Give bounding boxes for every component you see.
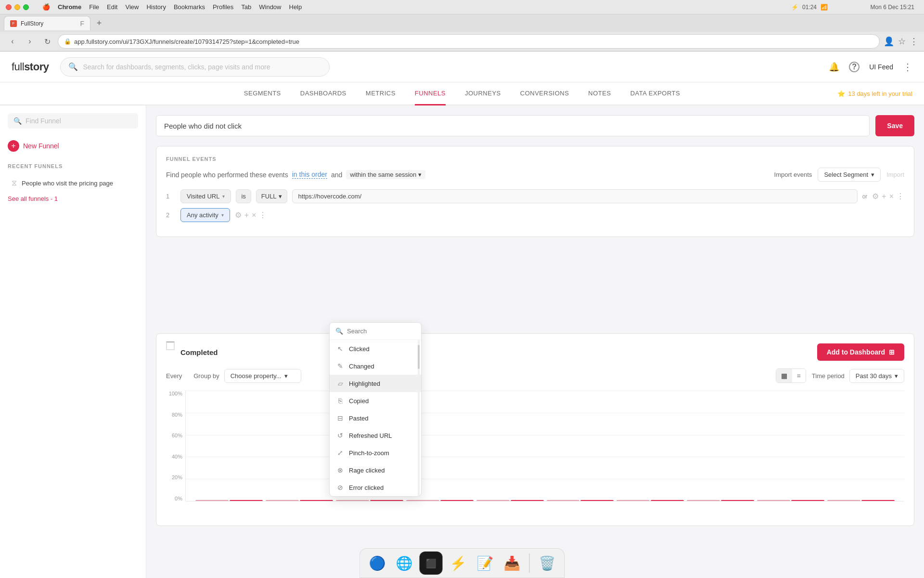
nav-dashboards[interactable]: DASHBOARDS xyxy=(300,82,346,105)
see-all-funnels-link[interactable]: See all funnels - 1 xyxy=(8,195,138,202)
event-settings-icon-1[interactable]: ⚙ xyxy=(872,192,879,201)
tab-close-button[interactable]: F xyxy=(80,20,84,27)
dropdown-item-pasted[interactable]: ⊟ Pasted xyxy=(330,409,421,427)
dropdown-item-refreshed-url[interactable]: ↺ Refreshed URL xyxy=(330,427,421,444)
add-to-dashboard-label: Add to Dashboard xyxy=(827,348,885,356)
menu-apple[interactable]: 🍎 xyxy=(42,3,50,11)
scope-dropdown-1[interactable]: FULL ▾ xyxy=(256,189,287,203)
in-this-order-link[interactable]: in this order xyxy=(292,171,327,179)
menu-view[interactable]: View xyxy=(125,3,139,11)
dock-chrome[interactable]: 🌐 xyxy=(393,552,416,575)
global-search-bar[interactable]: 🔍 Search for dashboards, segments, click… xyxy=(60,57,330,77)
dropdown-item-clicked[interactable]: ↖ Clicked xyxy=(330,340,421,357)
scope-label-1: FULL xyxy=(261,193,277,200)
nav-journeys[interactable]: JOURNEYS xyxy=(465,82,501,105)
traffic-lights xyxy=(6,4,29,10)
new-tab-button[interactable]: + xyxy=(92,16,106,30)
event-url-input-1[interactable] xyxy=(292,189,858,203)
event-settings-icon-2[interactable]: ⚙ xyxy=(235,210,242,220)
loading-spinner xyxy=(166,342,175,350)
menu-help[interactable]: Help xyxy=(289,3,302,11)
within-same-session-dropdown[interactable]: within the same session ▾ xyxy=(346,170,425,179)
help-icon[interactable]: ? xyxy=(849,62,860,72)
browser-toolbar: 👤 ☆ ⋮ xyxy=(884,36,918,47)
chart-plot-area xyxy=(185,391,904,501)
find-funnel-search[interactable]: 🔍 Find Funnel xyxy=(8,113,138,129)
event-row-1: 1 Visited URL ▾ is FULL ▾ or ⚙ + × ⋮ xyxy=(166,189,904,203)
dropdown-item-error-clicked[interactable]: ⊘ Error clicked xyxy=(330,479,421,496)
reload-button[interactable]: ↻ xyxy=(40,35,54,48)
menu-profiles[interactable]: Profiles xyxy=(213,3,233,11)
dropdown-item-changed[interactable]: ✎ Changed xyxy=(330,357,421,375)
ui-feed-label[interactable]: UI Feed xyxy=(869,63,893,71)
dropdown-search-area[interactable]: 🔍 xyxy=(330,323,421,340)
refreshed-url-icon: ↺ xyxy=(336,432,344,439)
save-funnel-button[interactable]: Save xyxy=(875,115,914,136)
results-card: Completed Add to Dashboard ⊞ Every Group… xyxy=(156,333,914,526)
nav-segments[interactable]: SEGMENTS xyxy=(244,82,281,105)
new-funnel-button[interactable]: + New Funnel xyxy=(8,136,138,156)
more-tools-icon[interactable]: ⋮ xyxy=(910,36,918,47)
bar-red-2 xyxy=(300,500,333,501)
nav-metrics[interactable]: METRICS xyxy=(366,82,396,105)
dock-terminal[interactable]: ⬛ xyxy=(420,552,443,575)
dock-flashcard[interactable]: ⚡ xyxy=(447,552,470,575)
nav-notes[interactable]: NOTES xyxy=(588,82,611,105)
bar-pink-5 xyxy=(476,500,510,501)
dropdown-item-highlighted[interactable]: ▱ Highlighted xyxy=(330,375,421,392)
dock-finder[interactable]: 🔵 xyxy=(366,552,389,575)
dropdown-item-copied[interactable]: ⎘ Copied xyxy=(330,392,421,409)
nav-funnels[interactable]: FUNNELS xyxy=(415,82,446,105)
minimize-window-button[interactable] xyxy=(14,4,20,10)
condition-dropdown-1[interactable]: is xyxy=(236,189,251,203)
close-window-button[interactable] xyxy=(6,4,12,10)
every-label: Every xyxy=(166,372,182,380)
import-events-button[interactable]: Import events xyxy=(774,171,812,178)
bookmark-icon[interactable]: ☆ xyxy=(898,36,906,47)
list-view-button[interactable]: ≡ xyxy=(792,369,806,382)
url-bar[interactable]: 🔒 app.fullstory.com/ui/173GXJ/funnels/cr… xyxy=(58,34,880,49)
choose-property-dropdown[interactable]: Choose property... ▾ xyxy=(224,369,301,383)
menu-tab[interactable]: Tab xyxy=(241,3,251,11)
menu-edit[interactable]: Edit xyxy=(107,3,117,11)
dock-trash[interactable]: 🗑️ xyxy=(536,552,559,575)
more-options-icon[interactable]: ⋮ xyxy=(903,61,912,73)
menu-bookmarks[interactable]: Bookmarks xyxy=(174,3,205,11)
event-type-dropdown-1[interactable]: Visited URL ▾ xyxy=(180,189,231,203)
dropdown-search-input[interactable] xyxy=(347,328,415,335)
dropdown-item-rage-clicked[interactable]: ⊗ Rage clicked xyxy=(330,461,421,479)
nav-conversions[interactable]: CONVERSIONS xyxy=(520,82,569,105)
bar-pink-7 xyxy=(616,500,650,501)
menu-window[interactable]: Window xyxy=(259,3,281,11)
bar-red-9 xyxy=(791,500,824,501)
event-type-dropdown-2[interactable]: Any activity ▾ xyxy=(180,208,230,222)
sidebar-funnel-item[interactable]: ⧖ People who visit the pricing page xyxy=(8,175,138,191)
back-button[interactable]: ‹ xyxy=(6,35,19,48)
funnel-name-input[interactable] xyxy=(156,115,870,136)
time-period-dropdown[interactable]: Past 30 days ▾ xyxy=(849,369,904,383)
dock-notes[interactable]: 📝 xyxy=(474,552,497,575)
event-remove-icon-1[interactable]: × xyxy=(889,192,894,201)
add-to-dashboard-button[interactable]: Add to Dashboard ⊞ xyxy=(817,343,904,361)
menu-file[interactable]: File xyxy=(89,3,99,11)
menu-history[interactable]: History xyxy=(146,3,166,11)
menu-chrome[interactable]: Chrome xyxy=(58,3,81,11)
event-more-icon-1[interactable]: ⋮ xyxy=(897,192,904,201)
active-tab[interactable]: F FullStory F xyxy=(4,16,90,30)
event-remove-icon-2[interactable]: × xyxy=(252,211,256,220)
bar-pink-2 xyxy=(266,500,299,501)
forward-button[interactable]: › xyxy=(23,35,37,48)
maximize-window-button[interactable] xyxy=(23,4,29,10)
choose-property-label: Choose property... xyxy=(231,372,282,380)
dock-downloads[interactable]: 📥 xyxy=(500,552,524,575)
dropdown-scrollbar-thumb xyxy=(418,345,420,369)
select-segment-button[interactable]: Select Segment ▾ xyxy=(818,168,881,182)
dropdown-item-pinch-to-zoom[interactable]: ⤢ Pinch-to-zoom xyxy=(330,444,421,461)
event-add-icon-2[interactable]: + xyxy=(244,211,249,220)
nav-data-exports[interactable]: DATA EXPORTS xyxy=(630,82,680,105)
bar-chart-view-button[interactable]: ▦ xyxy=(776,369,792,382)
trial-notice: ⭐ 13 days left in your trial xyxy=(837,90,912,97)
event-add-icon-1[interactable]: + xyxy=(882,192,886,201)
notifications-bell-icon[interactable]: 🔔 xyxy=(829,62,839,72)
event-more-icon-2[interactable]: ⋮ xyxy=(259,210,267,220)
